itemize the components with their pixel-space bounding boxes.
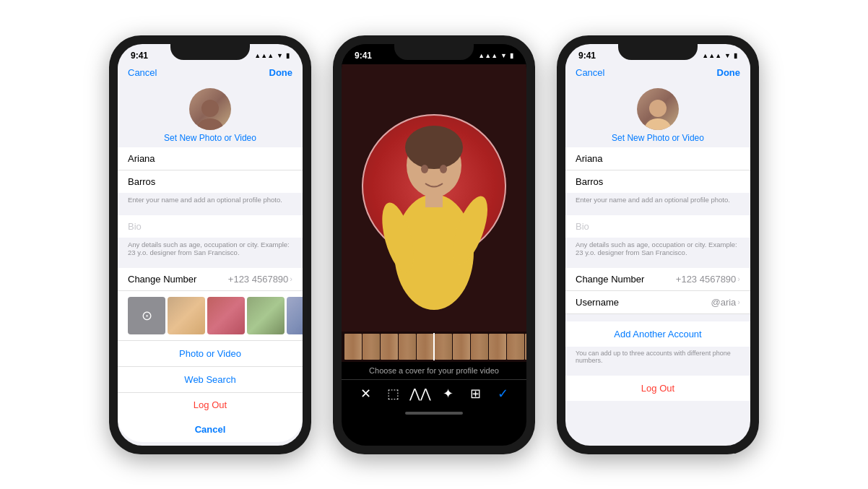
- log-out-button-right[interactable]: Log Out: [565, 376, 750, 401]
- nav-bar-left: Cancel Done: [118, 64, 303, 82]
- svg-point-3: [405, 126, 463, 169]
- signal-icon-m: ▲▲▲: [478, 52, 498, 59]
- chevron-icon-change-number: ›: [290, 274, 292, 283]
- paint-tool-button[interactable]: ✦: [437, 386, 459, 402]
- right-phone: 9:41 ▲▲▲ ▼ ▮ Cancel Done Set New: [557, 35, 759, 454]
- status-icons-left: ▲▲▲ ▼ ▮: [254, 52, 290, 59]
- wifi-icon-m: ▼: [500, 52, 507, 59]
- photo-thumb-2[interactable]: [207, 297, 245, 334]
- web-search-button[interactable]: Web Search: [118, 366, 303, 392]
- profile-section-left: Set New Photo or Video: [118, 82, 303, 147]
- svg-point-9: [440, 165, 447, 173]
- close-tool-button[interactable]: ✕: [355, 386, 376, 402]
- film-frame: [453, 334, 470, 360]
- cancel-button-left[interactable]: Cancel: [128, 67, 157, 78]
- photo-video-button[interactable]: Photo or Video: [118, 340, 303, 366]
- svg-point-11: [645, 118, 671, 130]
- film-frame: [381, 334, 398, 360]
- name-hint-left: Enter your name and add an optional prof…: [118, 193, 303, 208]
- photo-thumb-1[interactable]: [168, 297, 205, 334]
- film-frame: [417, 334, 434, 360]
- first-name-field-right[interactable]: Ariana: [565, 147, 750, 170]
- film-frame: [399, 334, 416, 360]
- confirm-tool-button[interactable]: ✓: [492, 386, 513, 402]
- change-number-row-right[interactable]: Change Number +123 4567890 ›: [565, 268, 750, 291]
- film-cursor: [433, 333, 435, 360]
- cancel-button-right[interactable]: Cancel: [576, 67, 604, 78]
- last-name-field-right[interactable]: Barros: [565, 170, 750, 193]
- bio-section-right: Bio: [565, 215, 750, 238]
- status-icons-right: ▲▲▲ ▼ ▮: [702, 52, 737, 59]
- notch-right: [618, 44, 698, 60]
- home-indicator-middle: [342, 407, 526, 419]
- set-photo-button-right[interactable]: Set New Photo or Video: [612, 133, 704, 143]
- crop-tool-button[interactable]: ⬚: [382, 386, 404, 402]
- bio-field-left[interactable]: Bio: [118, 215, 303, 238]
- camera-icon: ⊙: [142, 308, 152, 324]
- change-number-value: +123 4567890: [228, 274, 289, 285]
- notch: [170, 44, 250, 60]
- photo-thumb-4[interactable]: [287, 297, 303, 334]
- film-frame: [489, 334, 506, 360]
- filter-tool-button[interactable]: ⋀⋀: [409, 386, 431, 402]
- profile-section-right: Set New Photo or Video: [565, 82, 750, 147]
- done-button-left[interactable]: Done: [269, 67, 293, 78]
- film-frame: [471, 334, 488, 360]
- notch-middle: [394, 44, 474, 60]
- signal-icon-r: ▲▲▲: [702, 52, 721, 59]
- svg-point-10: [649, 100, 667, 117]
- video-toolbar: ✕ ⬚ ⋀⋀ ✦ ⊞ ✓: [342, 379, 526, 407]
- change-number-row[interactable]: Change Number +123 4567890 ›: [118, 268, 303, 291]
- camera-thumb[interactable]: ⊙: [128, 297, 165, 334]
- video-filmstrip[interactable]: [342, 332, 526, 362]
- change-number-value-right: +123 4567890: [676, 274, 737, 285]
- wifi-icon-r: ▼: [724, 52, 731, 59]
- video-person: [376, 100, 492, 332]
- film-frame: [525, 334, 526, 360]
- svg-point-1: [197, 118, 223, 130]
- last-name-field[interactable]: Barros: [118, 170, 303, 193]
- bio-hint-right: Any details such as age, occupation or c…: [565, 238, 750, 261]
- add-account-button[interactable]: Add Another Account: [565, 321, 750, 347]
- chevron-icon-username: ›: [737, 298, 740, 306]
- battery-icon-m: ▮: [510, 52, 513, 59]
- done-button-right[interactable]: Done: [717, 67, 741, 78]
- username-label: Username: [576, 297, 619, 308]
- set-photo-button-left[interactable]: Set New Photo or Video: [164, 133, 256, 143]
- film-frame: [507, 334, 524, 360]
- adjust-tool-button[interactable]: ⊞: [464, 386, 486, 402]
- film-frame: [344, 334, 362, 360]
- add-account-hint: You can add up to three accounts with di…: [565, 347, 750, 368]
- avatar-left[interactable]: [189, 88, 231, 130]
- first-name-field[interactable]: Ariana: [118, 147, 303, 170]
- chevron-icon-change-number-right: ›: [737, 274, 740, 283]
- avatar-right[interactable]: [637, 88, 679, 130]
- nav-bar-right: Cancel Done: [565, 64, 750, 82]
- film-frame: [435, 334, 452, 360]
- name-hint-right: Enter your name and add an optional prof…: [565, 193, 750, 208]
- battery-icon: ▮: [286, 52, 290, 59]
- form-section-right: Ariana Barros: [565, 147, 750, 193]
- status-icons-middle: ▲▲▲ ▼ ▮: [478, 52, 513, 59]
- change-number-label: Change Number: [128, 274, 196, 285]
- battery-icon-r: ▮: [734, 52, 737, 59]
- home-bar-middle: [405, 412, 463, 415]
- change-number-label-right: Change Number: [576, 274, 644, 285]
- bio-section-left: Bio: [118, 215, 303, 238]
- username-value: @aria: [711, 297, 736, 308]
- bio-field-right[interactable]: Bio: [565, 215, 750, 238]
- film-frame: [363, 334, 380, 360]
- filmstrip-wrapper: [342, 332, 526, 362]
- cancel-button-bottom-left[interactable]: Cancel: [118, 417, 303, 442]
- bio-hint-left: Any details such as age, occupation or c…: [118, 238, 303, 261]
- photo-thumb-3[interactable]: [247, 297, 285, 334]
- svg-point-0: [201, 100, 219, 117]
- username-row[interactable]: Username @aria ›: [565, 291, 750, 314]
- video-caption: Choose a cover for your profile video: [342, 362, 526, 379]
- signal-icon: ▲▲▲: [254, 52, 274, 59]
- photo-grid: ⊙: [118, 291, 303, 340]
- log-out-button-left[interactable]: Log Out: [118, 392, 303, 417]
- svg-rect-5: [425, 193, 443, 207]
- form-section-left: Ariana Barros: [118, 147, 303, 193]
- video-editor-screen: [342, 64, 526, 332]
